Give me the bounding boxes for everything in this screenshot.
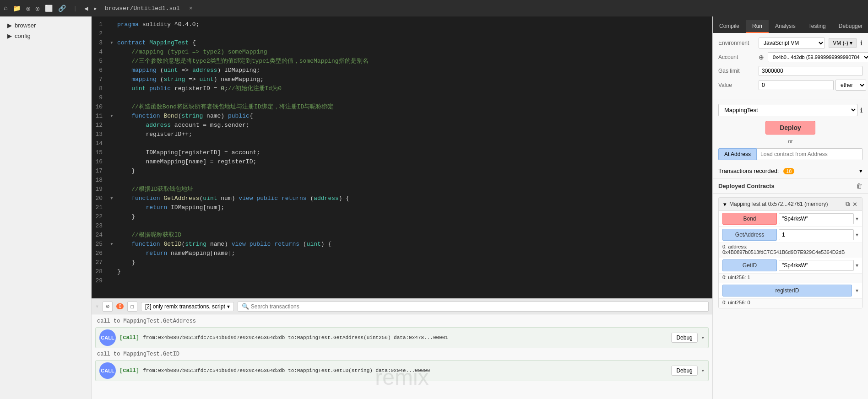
code-line: 1 pragma solidity ^0.4.0;	[92, 20, 712, 29]
function-row-getaddress: GetAddress ▾	[719, 227, 862, 243]
search-input[interactable]	[251, 303, 705, 310]
transactions-recorded-row[interactable]: Transactions recorded: 18 ▾	[713, 164, 868, 178]
at-address-button[interactable]: At Address	[718, 148, 757, 160]
console-toolbar: ▾ ⊘ 0 ☐ [2] only remix transactions, scr…	[92, 299, 712, 314]
contract-info-icon[interactable]: ℹ	[860, 107, 863, 114]
code-line: 10 //构造函数Bond将区块所有者钱包地址与注册ID绑定，将注册ID与昵称绑…	[92, 102, 712, 112]
tab-run[interactable]: Run	[746, 20, 769, 33]
tx-details: from:0x4b0897b0513fdc7c541b6d9d7e929c4e5…	[143, 335, 667, 340]
code-line: 28 }	[92, 267, 712, 276]
copy-contract-icon[interactable]: ⧉	[846, 200, 850, 208]
environment-select[interactable]: JavaScript VM Injected Web3 Web3 Provide…	[759, 38, 825, 49]
info-icon[interactable]: ℹ	[860, 39, 863, 47]
github2-icon[interactable]: ◎	[36, 5, 39, 12]
code-line: 12 address account = msg.sender;	[92, 121, 712, 130]
bond-expand-icon[interactable]: ▾	[856, 216, 858, 222]
code-line: 21 return IDMapping[num];	[92, 203, 712, 212]
call-badge: CALL	[99, 362, 116, 379]
environment-section: Environment JavaScript VM Injected Web3 …	[713, 33, 868, 99]
getaddress-expand-icon[interactable]: ▾	[856, 232, 858, 238]
unit-select[interactable]: ether wei gwei finney	[835, 80, 866, 91]
console: ▾ ⊘ 0 ☐ [2] only remix transactions, scr…	[92, 298, 712, 399]
tab-analysis[interactable]: Analysis	[769, 20, 802, 33]
getid-section: GetID ▾ 0: uint256: 1	[719, 258, 862, 283]
debug-button[interactable]: Debug	[671, 333, 697, 343]
code-line: 13 registerID++;	[92, 130, 712, 139]
code-line: 29	[92, 276, 712, 286]
checkbox-filter[interactable]: ☐	[127, 302, 137, 312]
code-line: 5 //三个参数的意思是将type2类型的值绑定到type1类型的值，someM…	[92, 57, 712, 66]
sidebar: ▶ browser ▶ config	[0, 16, 92, 399]
registerid-expand-icon[interactable]: ▾	[856, 287, 858, 294]
call-badge: CALL	[99, 329, 116, 346]
code-line: 17 }	[92, 167, 712, 176]
deploy-button[interactable]: Deploy	[765, 121, 815, 135]
tab-close-icon[interactable]: ×	[189, 5, 193, 12]
tx-count-badge: 18	[783, 168, 794, 174]
tab-debugger[interactable]: Debugger	[832, 20, 868, 33]
code-line: 23	[92, 221, 712, 231]
code-line: 7 mapping (string => uint) nameMapping;	[92, 75, 712, 84]
getaddress-button[interactable]: GetAddress	[722, 229, 777, 241]
code-line: 16 nameMapping[name] = registerID;	[92, 157, 712, 167]
registerid-row: registerID ▾	[719, 283, 862, 299]
expand-icon[interactable]: ▾	[701, 334, 705, 341]
code-line: 24 //根据昵称获取ID	[92, 231, 712, 240]
tx-recorded-label: Transactions recorded: 18	[718, 167, 794, 174]
back-icon[interactable]: ◀	[84, 5, 88, 12]
gas-limit-input[interactable]	[759, 66, 863, 76]
code-editor[interactable]: 1 pragma solidity ^0.4.0; 2 3 ▾ contract…	[92, 16, 712, 298]
tx-type: [call]	[119, 367, 139, 374]
clear-icon[interactable]: ⊘	[103, 302, 113, 312]
getid-button[interactable]: GetID	[722, 259, 777, 271]
search-box[interactable]: 🔍	[238, 302, 709, 312]
code-line: 19 //根据ID获取钱包地址	[92, 185, 712, 194]
at-address-input[interactable]	[757, 148, 863, 160]
folder-icon[interactable]: 📁	[13, 5, 21, 12]
account-plus-icon[interactable]: ⊕	[759, 54, 764, 61]
bond-input[interactable]	[779, 213, 854, 224]
code-line: 11 ▾ function Bond(string name) public{	[92, 112, 712, 121]
sidebar-item-config[interactable]: ▶ config	[0, 31, 91, 41]
code-line: 9	[92, 93, 712, 102]
code-line: 2	[92, 29, 712, 38]
deployed-contracts-header: Deployed Contracts 🗑	[713, 178, 868, 194]
collapse-contract-icon[interactable]: ▾	[723, 201, 727, 208]
close-contract-icon[interactable]: ✕	[852, 201, 857, 208]
trash-icon[interactable]: 🗑	[856, 182, 863, 189]
sidebar-item-browser[interactable]: ▶ browser	[0, 20, 91, 31]
getid-input[interactable]	[779, 260, 854, 271]
dropdown-arrow: ▾	[227, 303, 230, 310]
getaddress-input[interactable]	[779, 229, 854, 240]
link-icon[interactable]: 🔗	[58, 5, 66, 12]
forward-icon[interactable]: ▸	[94, 5, 98, 12]
bond-button[interactable]: Bond	[722, 213, 777, 225]
github-icon[interactable]: ◎	[26, 5, 30, 12]
getid-expand-icon[interactable]: ▾	[856, 262, 858, 269]
right-tabs: Compile Run Analysis Testing Debugger Se…	[713, 16, 868, 33]
debug-button[interactable]: Debug	[671, 366, 697, 376]
account-select[interactable]: 0x4b0...4d2db (59.9999999999990784	[768, 52, 868, 62]
collapse-icon[interactable]: ▾	[95, 302, 99, 310]
vm-info-btn[interactable]: VM (-) ▾	[829, 38, 857, 48]
expand-icon[interactable]: ▾	[701, 367, 705, 374]
account-row: Account ⊕ 0x4b0...4d2db (59.999999999999…	[718, 52, 863, 62]
tab-testing[interactable]: Testing	[802, 20, 832, 33]
value-input[interactable]	[759, 80, 834, 90]
code-line: 26 return nameMapping[name];	[92, 249, 712, 258]
function-row-bond: Bond ▾	[719, 211, 862, 227]
tab-compile[interactable]: Compile	[713, 20, 746, 33]
code-line: 6 mapping (uint => address) IDMapping;	[92, 66, 712, 75]
registerid-button[interactable]: registerID	[722, 285, 852, 297]
home-icon[interactable]: ⌂	[4, 5, 7, 12]
console-output: remix call to MappingTest.GetAddress CAL…	[92, 314, 712, 399]
code-line: 4 //mapping (type1 => type2) someMapping	[92, 48, 712, 57]
tx-details: from:0x4b0897b0513fdc7c541b6d9d7e929c4e5…	[143, 368, 667, 373]
code-line: 15 IDMapping[registerID] = account;	[92, 148, 712, 157]
tx-row: CALL [call] from:0x4b0897b0513fdc7c541b6…	[95, 360, 709, 381]
contract-select[interactable]: MappingTest	[718, 104, 857, 116]
arrow-icon: ▶	[7, 22, 12, 29]
filter-dropdown[interactable]: [2] only remix transactions, script ▾	[141, 302, 234, 311]
file-copy-icon[interactable]: ⬜	[45, 5, 53, 12]
file-breadcrumb: browser/Untitled1.sol	[105, 5, 180, 12]
